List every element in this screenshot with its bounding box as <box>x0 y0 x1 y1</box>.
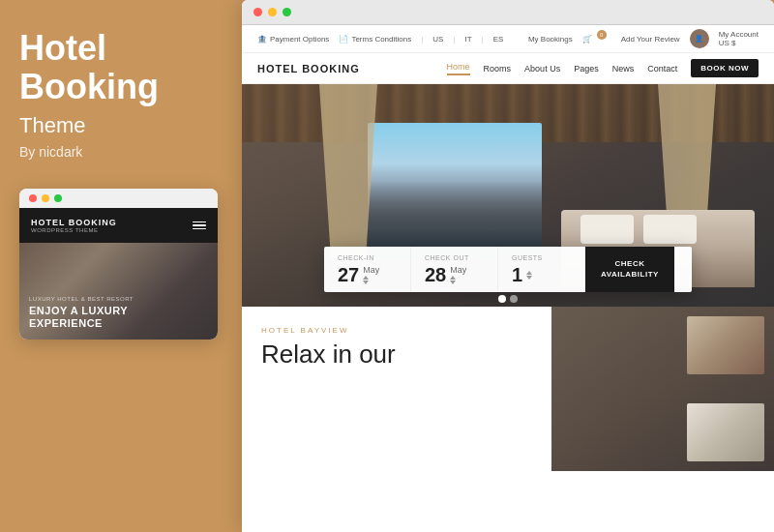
dot-red <box>29 194 37 202</box>
terms-link[interactable]: 📄 Terms Conditions <box>339 35 411 44</box>
checkin-down-arrow[interactable] <box>363 281 369 284</box>
browser-chrome <box>242 0 774 25</box>
user-avatar[interactable]: 👤 <box>690 29 709 48</box>
my-bookings-link[interactable]: My Bookings <box>528 35 573 44</box>
mobile-header: HOTEL BOOKING WORDPRESS THEME <box>19 208 218 243</box>
app-title: Hotel Booking <box>19 29 221 105</box>
nav-news[interactable]: News <box>612 64 635 74</box>
main-nav: HOTEL BOOKING Home Rooms About Us Pages … <box>242 53 774 84</box>
nav-contact[interactable]: Contact <box>647 64 677 74</box>
guests-controls <box>526 271 532 280</box>
checkout-month: May <box>450 265 466 284</box>
lang-es[interactable]: ES <box>493 35 504 44</box>
checkout-down-arrow[interactable] <box>450 281 456 284</box>
mobile-hero: LUXURY HOTEL & BEST RESORT ENJOY A LUXUR… <box>19 243 218 340</box>
checkout-up-arrow[interactable] <box>450 276 456 280</box>
slider-dots <box>498 295 518 303</box>
browser-dot-red[interactable] <box>253 8 262 16</box>
mobile-logo: HOTEL BOOKING WORDPRESS THEME <box>31 218 117 233</box>
checkin-field: CHECK-IN 27 May <box>324 247 411 292</box>
payment-icon: 🏦 <box>257 35 267 44</box>
section-title: Relax in our <box>261 340 532 369</box>
room-thumbnail-2 <box>687 403 764 461</box>
guests-up-arrow[interactable] <box>526 271 532 275</box>
nav-about[interactable]: About Us <box>524 64 560 74</box>
checkout-field: CHECK OUT 28 May <box>411 247 498 292</box>
bottom-section: HOTEL BAYVIEW Relax in our <box>242 307 774 471</box>
nav-rooms[interactable]: Rooms <box>484 64 512 74</box>
room-thumbnail-1 <box>687 316 764 374</box>
hero-section: CHECK-IN 27 May CHECK OUT 28 May <box>242 84 774 307</box>
mobile-hero-text: LUXURY HOTEL & BEST RESORT ENJOY A LUXUR… <box>29 296 134 330</box>
nav-home[interactable]: Home <box>447 62 470 75</box>
nav-pages[interactable]: Pages <box>574 64 599 74</box>
hamburger-line <box>193 224 206 226</box>
booking-widget: CHECK-IN 27 May CHECK OUT 28 May <box>324 247 692 292</box>
pillow-right <box>643 215 697 244</box>
checkin-month: May <box>363 265 379 284</box>
hero-window <box>368 123 542 258</box>
check-availability-button[interactable]: CHECKAVAILABILITY <box>585 247 674 292</box>
cart-icon: 🛒 <box>582 35 592 44</box>
top-nav-right: My Bookings 🛒 0 Add Your Review 👤 My Acc… <box>528 29 759 48</box>
top-nav-left: 🏦 Payment Options 📄 Terms Conditions | U… <box>257 35 503 44</box>
dot-green <box>54 194 62 202</box>
left-panel: Hotel Booking Theme By nicdark HOTEL BOO… <box>0 0 240 532</box>
mobile-preview: HOTEL BOOKING WORDPRESS THEME LUXURY HOT… <box>19 189 218 340</box>
user-name: My AccountUS $ <box>719 30 759 47</box>
separator: | <box>421 35 423 44</box>
nav-links: Home Rooms About Us Pages News Contact B… <box>447 59 759 77</box>
checkin-up-arrow[interactable] <box>363 276 369 280</box>
site-logo: HOTEL BOOKING <box>257 63 360 74</box>
mobile-top-bar <box>19 189 218 208</box>
terms-icon: 📄 <box>339 35 348 44</box>
guests-field: GUESTS 1 <box>498 247 585 292</box>
bottom-left: HOTEL BAYVIEW Relax in our <box>242 307 551 471</box>
app-author: By nicdark <box>19 144 221 160</box>
hamburger-line <box>193 222 206 223</box>
lang-separator: | <box>482 35 484 44</box>
guests-down-arrow[interactable] <box>526 276 532 280</box>
bottom-right-image <box>551 307 774 471</box>
browser-dot-green[interactable] <box>283 8 291 16</box>
slider-dot-1[interactable] <box>498 295 506 303</box>
app-subtitle: Theme <box>19 113 221 138</box>
hamburger-icon[interactable] <box>193 222 206 230</box>
site-top-nav: 🏦 Payment Options 📄 Terms Conditions | U… <box>242 25 774 53</box>
add-review-link[interactable]: Add Your Review <box>621 35 680 44</box>
lang-separator: | <box>453 35 455 44</box>
browser-panel: 🏦 Payment Options 📄 Terms Conditions | U… <box>242 0 774 532</box>
cart-badge: 0 <box>597 30 607 40</box>
pillow-left <box>580 215 634 244</box>
section-label: HOTEL BAYVIEW <box>261 326 532 335</box>
browser-dot-yellow[interactable] <box>268 8 277 16</box>
lang-it[interactable]: IT <box>464 35 471 44</box>
mobile-hero-headline: ENJOY A LUXURYEXPERIENCE <box>29 305 134 330</box>
book-now-button[interactable]: BOOK NOW <box>691 59 759 77</box>
dot-yellow <box>42 194 49 202</box>
lang-us[interactable]: US <box>432 35 443 44</box>
slider-dot-2[interactable] <box>510 295 518 303</box>
payment-options-link[interactable]: 🏦 Payment Options <box>257 35 329 44</box>
hamburger-line <box>193 228 206 230</box>
